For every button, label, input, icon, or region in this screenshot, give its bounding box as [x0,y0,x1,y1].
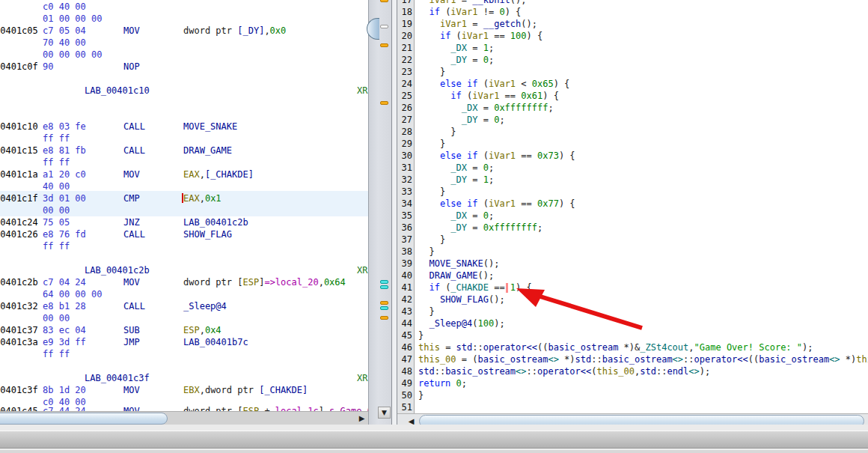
listing-row[interactable]: 01 00 00 00 [0,13,368,25]
orange-scroll-marker[interactable] [380,101,388,105]
decompiler-line[interactable]: 27 _DY = 0; [397,114,868,126]
decompiler-line[interactable]: 50} [397,389,868,401]
listing-hscrollbar[interactable]: ▶ [0,411,368,425]
decompiler-line[interactable]: 17 iVar1 = __kbhit(); [397,0,868,6]
panel-divider[interactable] [391,0,397,428]
decompiler-line[interactable]: 38 } [397,246,868,258]
decompiler-line[interactable]: 40 DRAW_GAME(); [397,270,868,282]
vscrollbar-thumb[interactable] [367,18,379,40]
decompiler-line[interactable]: 22 _DY = 0; [397,54,868,66]
decompiler-line[interactable]: 45} [397,329,868,341]
decompiler-line[interactable]: 18 if (iVar1 != 0) { [397,6,868,18]
orange-scroll-marker[interactable] [380,0,388,2]
listing-row[interactable]: 00401c10e8 03 feCALLMOVE_SNAKE [0,121,368,133]
decompiler-line[interactable]: 21 _DX = 1; [397,42,868,54]
code-token: if [467,79,477,89]
code-token: 0x77 [537,198,559,209]
decompiler-line[interactable]: 47this_00 = (basic_ostream<> *)std::basi… [397,353,868,365]
address: 00401c0f [0,61,38,73]
cyan-scroll-marker[interactable] [380,306,388,310]
decompiler-line[interactable]: 44 _Sleep@4(100); [397,317,868,329]
decompiler-line[interactable]: 37 } [397,234,868,246]
listing-row[interactable]: 70 40 00 [0,37,368,49]
orange-scroll-marker[interactable] [380,301,388,305]
code-token: , [319,277,324,288]
decompiler-line[interactable]: 28 } [397,126,868,138]
decompiler-line[interactable]: 23 } [397,66,868,78]
listing-row[interactable]: 00401c1aa1 20 c0MOVEAX,[_CHAKDE] [0,168,368,180]
code-token: <> [829,354,840,365]
decompiler-line[interactable]: 32 _DY = 1; [397,174,868,186]
decompiler-line[interactable]: 48std::basic_ostream<>::operator<<(this_… [397,365,868,377]
listing-row[interactable]: 00 00 [0,312,368,324]
xref-label: XREF [357,264,368,276]
listing-row[interactable]: 00401c3f8b 1d 20MOVEBX,dword ptr [_CHAKD… [0,384,368,396]
scroll-right-button[interactable]: ▶ [356,413,367,425]
listing-label-row[interactable]: LAB_00401c3fXREF [0,372,368,384]
code-token: <> [516,366,526,377]
listing-hscrollbar-thumb[interactable] [0,413,168,425]
line-number: 32 [397,174,412,186]
listing-row[interactable]: 00 00 [0,204,368,216]
code-token: basic_ostream [548,342,618,353]
decompiler-line[interactable]: 29 } [397,138,868,150]
decompiler-line[interactable]: 34 else if (iVar1 == 0x77) { [397,198,868,210]
decompiler-line[interactable]: 35 _DX = 0; [397,210,868,222]
listing-row[interactable]: 00401c3ae9 3d ffJMPLAB_00401b7c [0,336,368,348]
listing-label-row[interactable]: LAB_00401c2bXREF [0,264,368,276]
decompiler-line[interactable]: 24 else if (iVar1 < 0x65) { [397,78,868,90]
line-number: 27 [397,114,412,126]
listing-row[interactable]: 00401c32e8 b1 28CALL_Sleep@4 [0,300,368,312]
decompiler-line[interactable]: 42 SHOW_FLAG(); [397,294,868,305]
bytes: 83 ec 04 [43,324,86,336]
listing-label-row[interactable]: LAB_00401c10XREF [0,85,368,97]
scroll-down-button[interactable]: ▼ [378,407,391,419]
listing-row[interactable]: 00401c05c7 05 04MOVdword ptr [_DY],0x0 [0,25,368,37]
disassembly-listing-panel[interactable]: c0 40 0001 00 00 0000401c05c7 05 04MOVdw… [0,0,368,425]
listing-row[interactable]: 00401c15e8 81 fbCALLDRAW_GAME [0,145,368,156]
mnemonic: JNZ [123,216,140,228]
cyan-scroll-marker[interactable] [380,285,388,289]
orange-scroll-marker[interactable] [380,316,388,320]
decompiler-line[interactable]: 19 iVar1 = __getch(); [397,18,868,30]
decompiler-line[interactable]: 33 } [397,186,868,198]
decompiler-line[interactable]: 46this = std::operator<<((basic_ostream … [397,341,868,353]
listing-row[interactable]: ff ff [0,348,368,360]
listing-row[interactable]: ff ff [0,156,368,168]
decompiler-line[interactable]: 51 [397,401,868,413]
decompiler-line[interactable]: 31 _DX = 0; [397,162,868,174]
decompiler-panel[interactable]: 17 iVar1 = __kbhit();18 if (iVar1 != 0) … [397,0,868,428]
decompiler-line[interactable]: 49return 0; [397,377,868,389]
listing-row[interactable]: 40 00 [0,180,368,192]
listing-row[interactable]: 00401c2bc7 04 24MOVdword ptr [ESP]=>loca… [0,276,368,288]
listing-row[interactable]: 00401c2475 05JNZLAB_00401c2b [0,216,368,228]
line-number: 28 [397,126,412,138]
decompiler-line[interactable]: 25 if (iVar1 == 0x61) { [397,90,868,102]
orange-scroll-marker[interactable] [380,43,388,47]
code-token: iVar1 [472,91,499,101]
code-token: =>local_20 [264,277,318,288]
listing-row[interactable]: 64 00 00 00 [0,288,368,300]
code-token: std [418,366,435,377]
listing-row[interactable]: c0 40 00 [0,1,368,13]
listing-row[interactable]: 00401c3783 ec 04SUBESP,0x4 [0,324,368,336]
listing-row[interactable]: 00401c1f3d 01 00CMPEAX,0x1 [0,192,368,204]
decompiler-line[interactable]: 26 _DX = 0xffffffff; [397,102,868,114]
decompiler-line[interactable]: 20 if (iVar1 == 100) { [397,30,868,42]
listing-row[interactable]: 00401c0f90NOP [0,61,368,73]
listing-row[interactable]: ff ff [0,133,368,145]
decompiler-line[interactable]: 36 _DY = 0xffffffff; [397,222,868,234]
listing-row[interactable]: ff ff [0,240,368,252]
listing-vscrollbar-marker-gutter[interactable]: ▼ [368,0,391,425]
white-scroll-marker[interactable] [380,25,388,28]
decompiler-line[interactable]: 39 MOVE_SNAKE(); [397,258,868,270]
code-text: if (_CHAKDE == 1) { [418,282,532,294]
decompiler-line[interactable]: 43 } [397,305,868,317]
decompiler-line[interactable]: 41 if (_CHAKDE == 1) { [397,282,868,294]
decompiler-line[interactable]: 30 else if (iVar1 == 0x73) { [397,150,868,162]
listing-row[interactable]: 00401c26e8 76 fdCALLSHOW_FLAG [0,228,368,240]
listing-row[interactable]: 00 00 00 00 [0,49,368,61]
operands: ESP,0x4 [183,324,221,336]
cyan-scroll-marker[interactable] [380,280,388,284]
line-number: 25 [397,90,412,102]
